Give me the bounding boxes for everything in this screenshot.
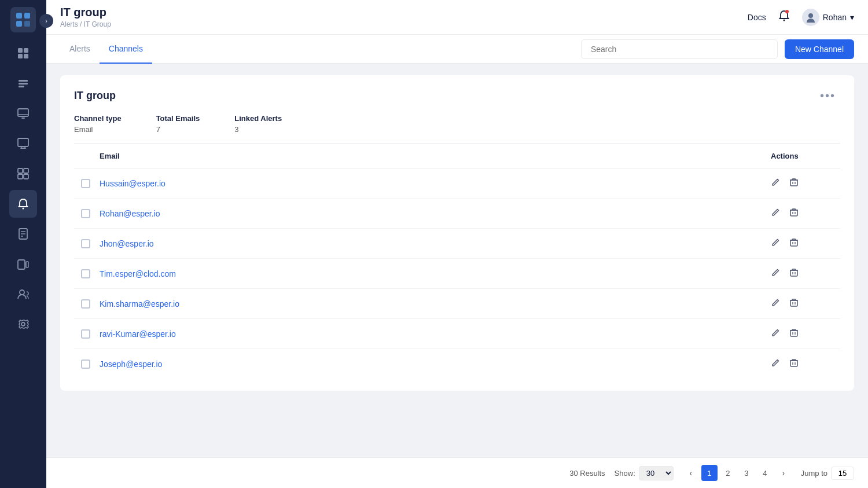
edit-icon[interactable] [771, 268, 780, 280]
jump-to-input[interactable] [831, 467, 854, 480]
svg-rect-18 [18, 168, 23, 173]
email-table-header: Email Actions [74, 144, 840, 168]
sidebar-item-monitor[interactable] [9, 100, 37, 127]
notification-icon[interactable] [778, 9, 790, 25]
email-cell: Kim.sharma@esper.io [97, 299, 771, 309]
sidebar [0, 0, 46, 488]
breadcrumb-group: IT Group [84, 20, 111, 28]
sidebar-item-reports[interactable] [9, 220, 37, 248]
prev-page-button[interactable]: ‹ [683, 465, 699, 481]
channel-type-value: Email [74, 125, 122, 134]
sidebar-item-device-mgmt[interactable] [9, 250, 37, 278]
row-checkbox[interactable] [81, 209, 90, 218]
delete-icon[interactable] [789, 328, 799, 340]
actions-cell [771, 208, 840, 219]
email-link[interactable]: ravi-Kumar@esper.io [100, 329, 176, 339]
email-row: ravi-Kumar@esper.io [74, 319, 840, 349]
page-2-button[interactable]: 2 [720, 465, 736, 481]
svg-rect-49 [790, 300, 797, 306]
svg-rect-19 [24, 168, 28, 173]
sidebar-item-users[interactable] [9, 280, 37, 308]
tabs-actions: New Channel [581, 39, 854, 59]
page-3-button[interactable]: 3 [738, 465, 755, 481]
svg-rect-10 [19, 86, 24, 87]
svg-rect-14 [18, 138, 28, 146]
sidebar-item-data[interactable] [9, 69, 37, 97]
svg-point-31 [785, 10, 789, 13]
group-card-header: IT group ••• [74, 87, 840, 105]
delete-icon[interactable] [789, 298, 799, 310]
row-checkbox[interactable] [81, 329, 90, 339]
row-checkbox-col [74, 329, 97, 339]
more-options-button[interactable]: ••• [815, 87, 840, 105]
linked-alerts-label: Linked Alerts [234, 114, 282, 123]
email-link[interactable]: Joseph@esper.io [100, 359, 162, 369]
page-numbers: ‹ 1 2 3 4 › [683, 465, 792, 481]
docs-link[interactable]: Docs [748, 13, 766, 22]
delete-icon[interactable] [789, 268, 799, 280]
content-area: IT group ••• Channel type Email Total Em… [46, 64, 868, 412]
email-row: Rohan@esper.io [74, 199, 840, 229]
tab-alerts[interactable]: Alerts [60, 35, 100, 64]
avatar [802, 9, 819, 26]
svg-rect-3 [24, 21, 30, 27]
jump-to-label: Jump to [801, 469, 827, 478]
svg-rect-41 [790, 240, 797, 246]
svg-point-30 [783, 20, 785, 21]
row-checkbox[interactable] [81, 179, 90, 188]
row-checkbox[interactable] [81, 239, 90, 248]
tab-channels[interactable]: Channels [100, 35, 152, 64]
svg-rect-7 [24, 54, 28, 58]
delete-icon[interactable] [789, 178, 799, 189]
edit-icon[interactable] [771, 238, 780, 249]
row-checkbox[interactable] [81, 359, 90, 369]
sidebar-item-dashboard[interactable] [9, 39, 37, 67]
delete-icon[interactable] [789, 208, 799, 219]
edit-icon[interactable] [771, 358, 780, 370]
actions-col-label: Actions [771, 152, 799, 160]
svg-rect-11 [18, 109, 28, 116]
sidebar-item-settings[interactable] [9, 310, 37, 338]
email-row: Hussain@esper.io [74, 168, 840, 199]
svg-rect-28 [26, 262, 28, 267]
email-link[interactable]: Kim.sharma@esper.io [100, 299, 179, 309]
linked-alerts-value: 3 [234, 125, 282, 134]
pagination-bar: 30 Results Show: 30 50 100 ‹ 1 2 3 4 › J… [46, 457, 868, 488]
breadcrumb-alerts: Alerts [60, 20, 78, 28]
sidebar-item-devices[interactable] [9, 130, 37, 157]
email-link[interactable]: Tim.esper@clod.com [100, 269, 176, 278]
sidebar-item-apps[interactable] [9, 160, 37, 188]
email-link[interactable]: Hussain@esper.io [100, 179, 165, 188]
search-input[interactable] [581, 39, 778, 59]
email-row: Tim.esper@clod.com [74, 259, 840, 289]
delete-icon[interactable] [789, 358, 799, 370]
row-checkbox[interactable] [81, 299, 90, 309]
email-col-label: Email [100, 152, 120, 160]
user-menu[interactable]: Rohan ▾ [802, 9, 854, 26]
edit-icon[interactable] [771, 178, 780, 189]
row-checkbox[interactable] [81, 269, 90, 278]
edit-icon[interactable] [771, 208, 780, 219]
sidebar-toggle[interactable]: › [39, 14, 53, 28]
email-link[interactable]: Rohan@esper.io [100, 209, 160, 218]
show-count-select[interactable]: 30 50 100 [639, 466, 674, 480]
sidebar-item-alerts[interactable] [9, 190, 37, 218]
page-1-button[interactable]: 1 [701, 465, 718, 481]
delete-icon[interactable] [789, 238, 799, 249]
new-channel-button[interactable]: New Channel [785, 39, 854, 59]
breadcrumb: Alerts / IT Group [60, 20, 111, 28]
svg-rect-33 [790, 180, 797, 186]
svg-rect-2 [16, 21, 22, 27]
page-4-button[interactable]: 4 [757, 465, 773, 481]
actions-cell [771, 328, 840, 340]
edit-icon[interactable] [771, 328, 780, 340]
main-content: IT group Alerts / IT Group Docs [46, 0, 868, 488]
jump-to-section: Jump to [801, 467, 854, 480]
email-col-header: Email [97, 151, 771, 161]
next-page-button[interactable]: › [775, 465, 792, 481]
total-emails-value: 7 [156, 125, 200, 134]
actions-cell [771, 298, 840, 310]
email-link[interactable]: Jhon@esper.io [100, 239, 154, 248]
edit-icon[interactable] [771, 298, 780, 310]
email-cell: Jhon@esper.io [97, 239, 771, 249]
